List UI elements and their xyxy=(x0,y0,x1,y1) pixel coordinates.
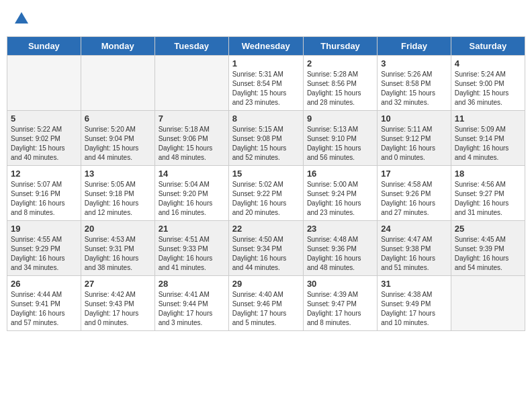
day-info: Sunrise: 4:41 AM Sunset: 9:44 PM Dayligh… xyxy=(159,290,225,328)
day-number: 1 xyxy=(232,58,300,68)
day-number: 12 xyxy=(11,169,77,179)
calendar-day-cell: 17Sunrise: 4:58 AM Sunset: 9:26 PM Dayli… xyxy=(378,166,451,221)
day-info: Sunrise: 5:09 AM Sunset: 9:14 PM Dayligh… xyxy=(455,125,521,163)
day-number: 6 xyxy=(85,113,151,124)
day-info: Sunrise: 4:58 AM Sunset: 9:26 PM Dayligh… xyxy=(381,180,447,218)
day-info: Sunrise: 4:53 AM Sunset: 9:31 PM Dayligh… xyxy=(85,235,151,273)
day-of-week-header: Thursday xyxy=(303,37,377,56)
day-info: Sunrise: 5:02 AM Sunset: 9:22 PM Dayligh… xyxy=(232,180,300,218)
calendar-day-cell: 30Sunrise: 4:39 AM Sunset: 9:47 PM Dayli… xyxy=(303,276,377,331)
calendar-table: SundayMondayTuesdayWednesdayThursdayFrid… xyxy=(7,36,525,331)
calendar-header-row: SundayMondayTuesdayWednesdayThursdayFrid… xyxy=(7,37,525,56)
logo-icon xyxy=(13,10,30,26)
day-number: 7 xyxy=(159,113,225,124)
day-info: Sunrise: 5:22 AM Sunset: 9:02 PM Dayligh… xyxy=(11,125,77,163)
day-number: 28 xyxy=(159,279,225,289)
calendar-day-cell: 8Sunrise: 5:15 AM Sunset: 9:08 PM Daylig… xyxy=(228,111,303,166)
day-number: 9 xyxy=(307,113,373,124)
calendar-day-cell: 3Sunrise: 5:26 AM Sunset: 8:58 PM Daylig… xyxy=(378,56,451,111)
day-info: Sunrise: 5:00 AM Sunset: 9:24 PM Dayligh… xyxy=(307,180,373,218)
calendar-day-cell: 23Sunrise: 4:48 AM Sunset: 9:36 PM Dayli… xyxy=(303,221,377,276)
day-info: Sunrise: 4:39 AM Sunset: 9:47 PM Dayligh… xyxy=(307,290,373,328)
day-of-week-header: Saturday xyxy=(451,37,525,56)
day-info: Sunrise: 4:42 AM Sunset: 9:43 PM Dayligh… xyxy=(85,290,151,328)
calendar-day-cell: 24Sunrise: 4:47 AM Sunset: 9:38 PM Dayli… xyxy=(378,221,451,276)
day-info: Sunrise: 4:38 AM Sunset: 9:49 PM Dayligh… xyxy=(381,290,447,328)
day-info: Sunrise: 5:07 AM Sunset: 9:16 PM Dayligh… xyxy=(11,180,77,218)
day-of-week-header: Friday xyxy=(378,37,451,56)
calendar-day-cell: 11Sunrise: 5:09 AM Sunset: 9:14 PM Dayli… xyxy=(451,111,525,166)
day-info: Sunrise: 5:04 AM Sunset: 9:20 PM Dayligh… xyxy=(159,180,225,218)
day-info: Sunrise: 5:26 AM Sunset: 8:58 PM Dayligh… xyxy=(381,70,447,107)
calendar-day-cell: 12Sunrise: 5:07 AM Sunset: 9:16 PM Dayli… xyxy=(7,166,81,221)
calendar-day-cell: 1Sunrise: 5:31 AM Sunset: 8:54 PM Daylig… xyxy=(228,56,303,111)
day-of-week-header: Tuesday xyxy=(154,37,228,56)
calendar-day-cell: 14Sunrise: 5:04 AM Sunset: 9:20 PM Dayli… xyxy=(154,166,228,221)
calendar-day-cell: 13Sunrise: 5:05 AM Sunset: 9:18 PM Dayli… xyxy=(81,166,154,221)
calendar-day-cell xyxy=(154,56,228,111)
day-of-week-header: Monday xyxy=(81,37,154,56)
day-of-week-header: Wednesday xyxy=(228,37,303,56)
day-number: 15 xyxy=(232,169,300,179)
calendar-day-cell: 25Sunrise: 4:45 AM Sunset: 9:39 PM Dayli… xyxy=(451,221,525,276)
day-number: 22 xyxy=(232,224,300,234)
day-number: 27 xyxy=(85,279,151,289)
day-info: Sunrise: 5:24 AM Sunset: 9:00 PM Dayligh… xyxy=(455,70,521,107)
day-number: 17 xyxy=(381,169,447,179)
calendar-day-cell: 6Sunrise: 5:20 AM Sunset: 9:04 PM Daylig… xyxy=(81,111,154,166)
calendar-week-row: 12Sunrise: 5:07 AM Sunset: 9:16 PM Dayli… xyxy=(7,166,525,221)
day-info: Sunrise: 5:18 AM Sunset: 9:06 PM Dayligh… xyxy=(159,125,225,163)
day-info: Sunrise: 4:56 AM Sunset: 9:27 PM Dayligh… xyxy=(455,180,521,218)
calendar-day-cell: 27Sunrise: 4:42 AM Sunset: 9:43 PM Dayli… xyxy=(81,276,154,331)
calendar-day-cell xyxy=(81,56,154,111)
calendar-day-cell: 4Sunrise: 5:24 AM Sunset: 9:00 PM Daylig… xyxy=(451,56,525,111)
day-info: Sunrise: 4:50 AM Sunset: 9:34 PM Dayligh… xyxy=(232,235,300,273)
calendar-day-cell: 28Sunrise: 4:41 AM Sunset: 9:44 PM Dayli… xyxy=(154,276,228,331)
svg-marker-0 xyxy=(15,12,28,24)
calendar-day-cell: 29Sunrise: 4:40 AM Sunset: 9:46 PM Dayli… xyxy=(228,276,303,331)
calendar-day-cell: 20Sunrise: 4:53 AM Sunset: 9:31 PM Dayli… xyxy=(81,221,154,276)
day-number: 14 xyxy=(159,169,225,179)
calendar-day-cell: 19Sunrise: 4:55 AM Sunset: 9:29 PM Dayli… xyxy=(7,221,81,276)
day-info: Sunrise: 4:45 AM Sunset: 9:39 PM Dayligh… xyxy=(455,235,521,273)
calendar-day-cell: 22Sunrise: 4:50 AM Sunset: 9:34 PM Dayli… xyxy=(228,221,303,276)
day-info: Sunrise: 5:11 AM Sunset: 9:12 PM Dayligh… xyxy=(381,125,447,163)
calendar-week-row: 26Sunrise: 4:44 AM Sunset: 9:41 PM Dayli… xyxy=(7,276,525,331)
day-info: Sunrise: 4:44 AM Sunset: 9:41 PM Dayligh… xyxy=(11,290,77,328)
day-info: Sunrise: 4:51 AM Sunset: 9:33 PM Dayligh… xyxy=(159,235,225,273)
calendar-day-cell: 10Sunrise: 5:11 AM Sunset: 9:12 PM Dayli… xyxy=(378,111,451,166)
day-number: 11 xyxy=(455,113,521,124)
calendar-day-cell: 15Sunrise: 5:02 AM Sunset: 9:22 PM Dayli… xyxy=(228,166,303,221)
calendar-week-row: 5Sunrise: 5:22 AM Sunset: 9:02 PM Daylig… xyxy=(7,111,525,166)
day-info: Sunrise: 4:40 AM Sunset: 9:46 PM Dayligh… xyxy=(232,290,300,328)
day-number: 10 xyxy=(381,113,447,124)
day-number: 19 xyxy=(11,224,77,234)
day-number: 23 xyxy=(307,224,373,234)
calendar-day-cell: 21Sunrise: 4:51 AM Sunset: 9:33 PM Dayli… xyxy=(154,221,228,276)
calendar-week-row: 1Sunrise: 5:31 AM Sunset: 8:54 PM Daylig… xyxy=(7,56,525,111)
calendar-day-cell: 7Sunrise: 5:18 AM Sunset: 9:06 PM Daylig… xyxy=(154,111,228,166)
day-info: Sunrise: 5:05 AM Sunset: 9:18 PM Dayligh… xyxy=(85,180,151,218)
day-info: Sunrise: 4:47 AM Sunset: 9:38 PM Dayligh… xyxy=(381,235,447,273)
page-header xyxy=(7,7,525,30)
calendar-day-cell xyxy=(451,276,525,331)
day-number: 21 xyxy=(159,224,225,234)
day-number: 31 xyxy=(381,279,447,289)
calendar-day-cell: 26Sunrise: 4:44 AM Sunset: 9:41 PM Dayli… xyxy=(7,276,81,331)
day-number: 29 xyxy=(232,279,300,289)
calendar-day-cell: 2Sunrise: 5:28 AM Sunset: 8:56 PM Daylig… xyxy=(303,56,377,111)
calendar-day-cell: 16Sunrise: 5:00 AM Sunset: 9:24 PM Dayli… xyxy=(303,166,377,221)
day-info: Sunrise: 4:48 AM Sunset: 9:36 PM Dayligh… xyxy=(307,235,373,273)
day-info: Sunrise: 5:28 AM Sunset: 8:56 PM Dayligh… xyxy=(307,70,373,107)
day-number: 30 xyxy=(307,279,373,289)
day-number: 4 xyxy=(455,58,521,68)
calendar-day-cell: 5Sunrise: 5:22 AM Sunset: 9:02 PM Daylig… xyxy=(7,111,81,166)
day-info: Sunrise: 5:13 AM Sunset: 9:10 PM Dayligh… xyxy=(307,125,373,163)
calendar-week-row: 19Sunrise: 4:55 AM Sunset: 9:29 PM Dayli… xyxy=(7,221,525,276)
day-number: 24 xyxy=(381,224,447,234)
day-number: 13 xyxy=(85,169,151,179)
day-info: Sunrise: 4:55 AM Sunset: 9:29 PM Dayligh… xyxy=(11,235,77,273)
day-number: 18 xyxy=(455,169,521,179)
day-number: 16 xyxy=(307,169,373,179)
day-number: 20 xyxy=(85,224,151,234)
